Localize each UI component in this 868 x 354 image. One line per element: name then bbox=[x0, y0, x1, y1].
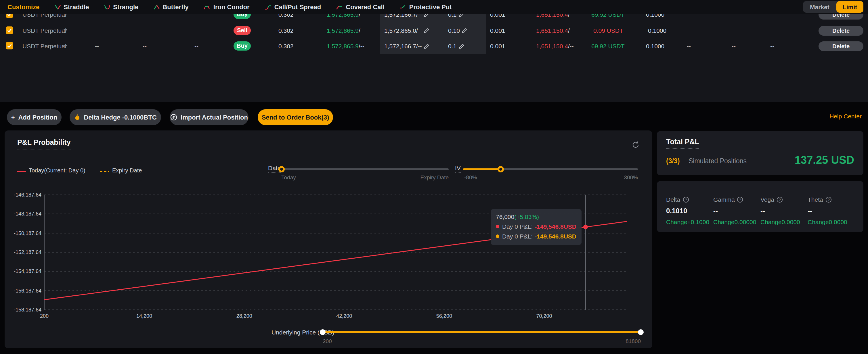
date-slider-handle[interactable] bbox=[278, 166, 284, 172]
iv-slider-handle[interactable] bbox=[497, 166, 504, 172]
cell-dash: -- bbox=[194, 38, 198, 54]
cell-delta: -0.1000 bbox=[646, 22, 666, 38]
date-slider-track[interactable] bbox=[281, 168, 449, 170]
legend-swatch-today bbox=[17, 171, 26, 172]
price-slider-track[interactable] bbox=[323, 331, 641, 333]
iv-slider-max: 300% bbox=[615, 174, 638, 180]
x-tick-label: 70,200 bbox=[527, 313, 561, 319]
cell-entry-price: 1,572,166.7/-- bbox=[384, 38, 429, 55]
chart-tooltip: 76,000(+5.83%) Day 0 P&L: -149,546.8USD … bbox=[491, 209, 582, 245]
cell-mark-price: 1,572,865.9/-- bbox=[327, 22, 364, 38]
tab-straddle[interactable]: Straddle bbox=[54, 3, 89, 10]
cell-pnl: -0.09 USDT bbox=[591, 22, 623, 38]
edit-icon[interactable] bbox=[459, 38, 464, 55]
svg-text:?: ? bbox=[739, 198, 741, 202]
question-icon[interactable]: ? bbox=[826, 196, 832, 203]
date-slider-max: Expiry Date bbox=[403, 174, 449, 180]
positions-table-section: USDT Perpetual -- -- -- Buy 0.302 1,572,… bbox=[0, 0, 868, 102]
edit-icon[interactable] bbox=[462, 23, 467, 39]
question-icon[interactable]: ? bbox=[737, 196, 743, 203]
cell-im: 0.001 bbox=[490, 22, 505, 38]
legend-label-today: Today(Current: Day 0) bbox=[29, 167, 86, 174]
greeks-panel: Delta? 0.1010 Change+0.1000 Gamma? -- Ch… bbox=[657, 181, 863, 232]
strategy-tabbar: Customize Straddle Strangle Butterfly Ir… bbox=[0, 0, 868, 14]
cell-liq-price: 1,651,150.4/-- bbox=[536, 22, 574, 38]
check-icon bbox=[6, 42, 13, 49]
cell-delta: 0.1000 bbox=[646, 38, 664, 54]
y-tick-label: -150,187.64 bbox=[7, 230, 41, 236]
refresh-icon[interactable] bbox=[631, 141, 640, 151]
cell-dash: -- bbox=[770, 38, 774, 54]
protective-put-icon bbox=[400, 4, 406, 10]
covered-call-icon bbox=[336, 4, 343, 10]
tab-covered-call[interactable]: Covered Call bbox=[336, 3, 384, 10]
positions-count-label: Simulated Positions bbox=[688, 157, 747, 164]
send-to-orderbook-button[interactable]: Send to Order Book(3) bbox=[258, 109, 333, 125]
limit-button[interactable]: Limit bbox=[836, 1, 863, 13]
symbol-cell[interactable]: USDT Perpetual bbox=[23, 22, 66, 38]
side-badge[interactable]: Sell bbox=[234, 26, 251, 35]
y-tick-label: -156,187.64 bbox=[7, 288, 41, 293]
import-position-button[interactable]: Import Actual Position bbox=[170, 109, 248, 125]
check-icon bbox=[6, 27, 13, 33]
edit-icon[interactable] bbox=[424, 23, 429, 39]
add-position-button[interactable]: +Add Position bbox=[7, 109, 62, 125]
legend-swatch-expiry bbox=[100, 171, 109, 172]
chevron-down-icon bbox=[64, 45, 67, 47]
greek-theta: Theta? -- Change0.0000 bbox=[808, 196, 847, 225]
price-slider-handle-min[interactable] bbox=[320, 329, 326, 335]
series-dot-red bbox=[496, 225, 499, 228]
y-tick-label: -146,187.64 bbox=[7, 192, 41, 198]
tooltip-title: 76,000(+5.83%) bbox=[496, 213, 577, 220]
svg-text:?: ? bbox=[779, 198, 781, 202]
price-slider-handle-max[interactable] bbox=[638, 329, 644, 335]
delete-button[interactable]: Delete bbox=[818, 26, 863, 35]
iron-condor-icon bbox=[204, 4, 211, 10]
butterfly-icon bbox=[153, 4, 160, 10]
row-checkbox[interactable] bbox=[6, 42, 13, 49]
positions-count: (3/3) bbox=[666, 157, 680, 164]
tab-protective-put[interactable]: Protective Put bbox=[400, 3, 452, 10]
x-tick-label: 42,200 bbox=[327, 313, 362, 319]
question-icon[interactable]: ? bbox=[682, 196, 689, 203]
delta-hedge-button[interactable]: Delta Hedge -0.1000BTC bbox=[70, 109, 161, 125]
delete-button[interactable]: Delete bbox=[818, 41, 863, 51]
market-button[interactable]: Market bbox=[803, 1, 836, 13]
cell-entry-price: 1,572,865.0/-- bbox=[384, 22, 429, 39]
y-tick-label: -158,187.64 bbox=[7, 307, 41, 313]
x-tick-label: 200 bbox=[27, 313, 62, 319]
x-tick-label: 14,200 bbox=[127, 313, 162, 319]
price-slider-min: 200 bbox=[323, 338, 332, 344]
total-pnl-title: Total P&L bbox=[666, 138, 699, 149]
y-tick-label: -152,187.64 bbox=[7, 249, 41, 255]
row-checkbox[interactable] bbox=[6, 26, 13, 34]
y-tick-label: -148,187.64 bbox=[7, 211, 41, 217]
cell-dash: -- bbox=[143, 38, 147, 54]
pnl-probability-panel: P&L Probability Today(Current: Day 0) Ex… bbox=[5, 131, 652, 348]
table-row: USDT Perpetual -- -- -- Sell 0.302 1,572… bbox=[0, 22, 868, 38]
chevron-down-icon bbox=[64, 29, 67, 31]
cell-liq-price: 1,651,150.4/-- bbox=[536, 38, 574, 54]
cell-size: 0.1 bbox=[448, 38, 464, 55]
strangle-icon bbox=[104, 4, 110, 10]
symbol-cell[interactable]: USDT Perpetual bbox=[23, 38, 66, 54]
tooltip-row: Day 0 P&L: -149,546.8USD bbox=[496, 223, 577, 230]
tab-butterfly[interactable]: Butterfly bbox=[153, 3, 188, 10]
tab-iron-condor[interactable]: Iron Condor bbox=[204, 3, 250, 10]
tab-callput-spread[interactable]: Call/Put Spread bbox=[265, 3, 321, 10]
import-icon bbox=[170, 114, 177, 121]
greek-delta: Delta? 0.1010 Change+0.1000 bbox=[666, 196, 709, 225]
side-badge[interactable]: Buy bbox=[234, 41, 251, 50]
cell-qty: 0.302 bbox=[278, 38, 293, 54]
series-dot-orange bbox=[496, 235, 499, 238]
edit-icon[interactable] bbox=[424, 38, 429, 55]
cell-dash: -- bbox=[194, 22, 198, 38]
cell-dash: -- bbox=[687, 38, 691, 54]
tab-customize[interactable]: Customize bbox=[7, 3, 39, 10]
plus-icon: + bbox=[11, 114, 15, 121]
tab-strangle[interactable]: Strangle bbox=[104, 3, 138, 10]
help-center-link[interactable]: Help Center bbox=[830, 113, 862, 119]
straddle-icon bbox=[54, 4, 61, 10]
question-icon[interactable]: ? bbox=[777, 196, 783, 203]
date-slider-min: Today bbox=[281, 174, 296, 180]
